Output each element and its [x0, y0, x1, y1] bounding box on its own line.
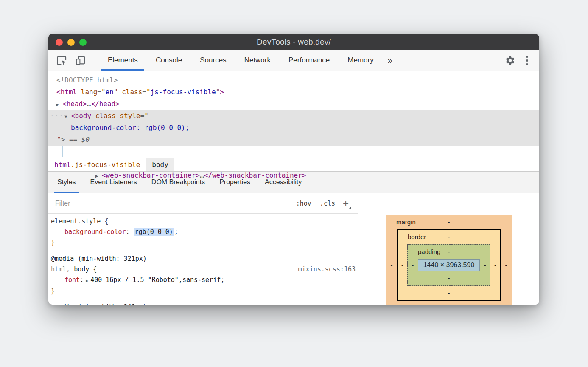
toolbar-divider	[92, 55, 92, 66]
customize-menu-icon[interactable]	[521, 56, 533, 65]
rule-media-321: @media (min-width: 321px) html, body { _…	[48, 251, 358, 299]
styles-pane: :hov .cls + element.style { background-c…	[48, 193, 358, 305]
padding-left-value[interactable]: -	[408, 262, 418, 269]
dom-node-head[interactable]: ▶<head>…</head>	[48, 98, 539, 110]
tab-elements[interactable]: Elements	[99, 50, 147, 71]
tab-sources[interactable]: Sources	[191, 50, 235, 71]
styles-filter-bar: :hov .cls +	[48, 193, 358, 214]
rule-selector[interactable]: html, body {	[51, 264, 294, 275]
dom-node-html[interactable]: <html lang="en" class="js-focus-visible"…	[48, 86, 539, 98]
tab-styles[interactable]: Styles	[50, 172, 83, 193]
inspect-element-icon[interactable]	[54, 53, 69, 68]
media-query[interactable]: @media (min-width: 341px)	[48, 302, 358, 305]
rule-selector[interactable]: element.style {	[48, 216, 358, 227]
margin-bottom-value[interactable]: -	[386, 301, 512, 305]
rule-element-style: element.style { background-color: rgb(0 …	[48, 214, 358, 251]
margin-box: margin - - border - -	[386, 215, 512, 305]
toolbar-right-divider	[499, 55, 499, 66]
declaration-font[interactable]: font:▶400 16px / 1.5 "Roboto",sans-serif…	[48, 275, 358, 286]
tab-network[interactable]: Network	[235, 50, 280, 71]
tab-memory[interactable]: Memory	[339, 50, 382, 71]
media-query[interactable]: @media (min-width: 321px)	[48, 254, 358, 264]
element-classes-toggle[interactable]: .cls	[316, 200, 339, 207]
padding-right-value[interactable]: -	[480, 262, 490, 269]
main-toolbar: Elements Console Sources Network Perform…	[48, 50, 539, 71]
sidebar-tabs: Styles Event Listeners DOM Breakpoints P…	[48, 172, 539, 193]
dom-tree: <!DOCTYPE html> <html lang="en" class="j…	[48, 71, 539, 158]
padding-label: padding	[418, 245, 440, 259]
border-right-value[interactable]: -	[490, 262, 500, 269]
tab-console[interactable]: Console	[147, 50, 191, 71]
dom-body-open-tag[interactable]: ···▼<body class style="	[48, 110, 539, 122]
margin-right-value[interactable]: -	[501, 262, 512, 269]
content-box: 1440 × 3963.590	[418, 259, 480, 271]
padding-bottom-value[interactable]: -	[408, 271, 490, 285]
declaration-background-color[interactable]: background-color: rgb(0 0 0);	[48, 227, 358, 237]
margin-label: margin	[396, 215, 416, 229]
margin-left-value[interactable]: -	[386, 262, 397, 269]
stylesheet-source-link[interactable]: _mixins.scss:163	[294, 264, 358, 275]
box-model-pane: margin - - border - -	[358, 193, 539, 305]
rule-close-brace: }	[48, 286, 358, 296]
tab-performance[interactable]: Performance	[280, 50, 339, 71]
border-label: border	[408, 230, 426, 244]
panel-tabs: Elements Console Sources Network Perform…	[99, 50, 398, 71]
device-toolbar-icon[interactable]	[73, 53, 87, 68]
border-left-value[interactable]: -	[398, 262, 407, 269]
more-tabs-icon[interactable]: »	[383, 50, 398, 71]
rule-media-341-partial: @media (min-width: 341px)	[48, 299, 358, 305]
padding-box: padding - - 1440 × 3963.590 -	[407, 244, 490, 286]
devtools-window: DevTools - web.dev/ Elements Console Sou…	[48, 34, 539, 305]
dom-node-web-snackbar-container[interactable]: ▶<web-snackbar-container>…</web-snackbar…	[48, 146, 539, 158]
dom-node-doctype[interactable]: <!DOCTYPE html>	[48, 74, 539, 86]
dom-node-body-selected[interactable]: ···▼<body class style=" background-color…	[48, 110, 539, 146]
tab-accessibility[interactable]: Accessibility	[258, 172, 309, 193]
settings-gear-icon[interactable]	[503, 53, 517, 68]
styles-filter-input[interactable]	[55, 200, 292, 207]
rule-close-brace: }	[48, 237, 358, 248]
tab-properties[interactable]: Properties	[212, 172, 258, 193]
titlebar: DevTools - web.dev/	[48, 34, 539, 50]
tab-event-listeners[interactable]: Event Listeners	[83, 172, 144, 193]
tab-dom-breakpoints[interactable]: DOM Breakpoints	[144, 172, 212, 193]
new-style-rule-button[interactable]: +	[339, 198, 354, 209]
border-bottom-value[interactable]: -	[398, 286, 500, 300]
content-size: 1440 × 3963.590	[423, 261, 475, 268]
box-model-diagram: margin - - border - -	[386, 215, 512, 305]
dom-body-tag-close[interactable]: "> == $0	[48, 134, 539, 146]
indent-guide-line	[62, 146, 63, 157]
dom-body-style-attr[interactable]: background-color: rgb(0 0 0);	[48, 122, 539, 134]
window-title: DevTools - web.dev/	[48, 37, 539, 47]
pseudo-state-toggle[interactable]: :hov	[292, 200, 316, 207]
border-box: border - - padding -	[397, 229, 501, 301]
